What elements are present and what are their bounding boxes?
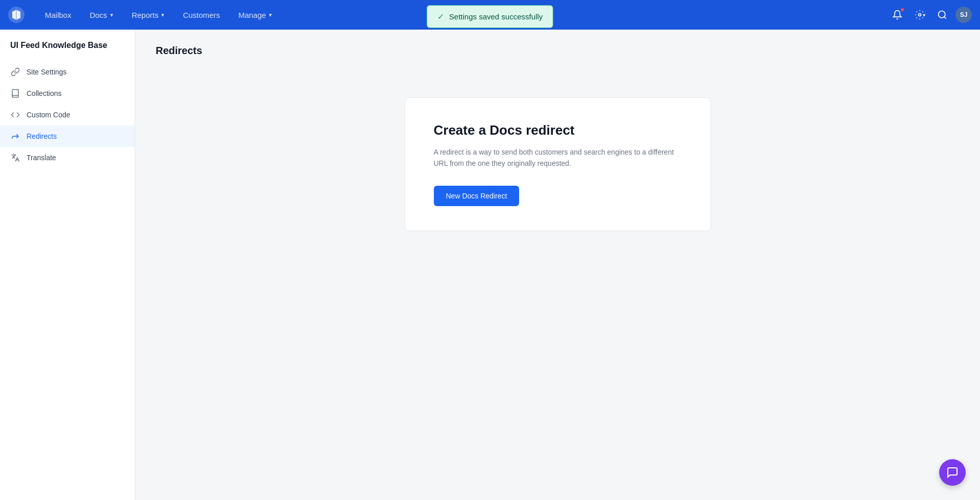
card-description: A redirect is a way to send both custome… bbox=[434, 146, 682, 169]
chevron-down-icon: ▾ bbox=[923, 12, 925, 18]
avatar[interactable]: SJ bbox=[955, 7, 972, 23]
redirect-icon bbox=[10, 132, 20, 141]
book-icon bbox=[10, 89, 20, 98]
nav-reports[interactable]: Reports ▾ bbox=[124, 7, 173, 23]
sidebar-item-label: Redirects bbox=[27, 132, 57, 140]
code-icon bbox=[10, 110, 20, 119]
notification-badge bbox=[900, 8, 904, 12]
sidebar-item-label: Site Settings bbox=[27, 68, 67, 76]
sidebar: UI Feed Knowledge Base Site Settings Col… bbox=[0, 30, 135, 500]
toast-message: Settings saved successfully bbox=[449, 12, 543, 21]
search-button[interactable] bbox=[933, 6, 951, 24]
link-icon bbox=[10, 67, 20, 77]
sidebar-title: UI Feed Knowledge Base bbox=[0, 40, 135, 61]
sidebar-item-label: Collections bbox=[27, 89, 61, 97]
success-toast: ✓ Settings saved successfully bbox=[427, 5, 553, 28]
svg-line-3 bbox=[944, 17, 946, 19]
chat-bubble-button[interactable] bbox=[939, 459, 966, 486]
main-content: Redirects Create a Docs redirect A redir… bbox=[135, 30, 980, 500]
nav-mailbox[interactable]: Mailbox bbox=[37, 7, 80, 23]
sidebar-item-label: Custom Code bbox=[27, 111, 70, 119]
sidebar-item-site-settings[interactable]: Site Settings bbox=[0, 61, 135, 83]
svg-point-1 bbox=[918, 14, 921, 16]
notifications-button[interactable] bbox=[888, 6, 906, 24]
chevron-down-icon: ▾ bbox=[161, 12, 164, 18]
page-title: Redirects bbox=[156, 45, 960, 57]
nav-docs[interactable]: Docs ▾ bbox=[82, 7, 121, 23]
check-icon: ✓ bbox=[437, 12, 444, 21]
sidebar-item-redirects[interactable]: Redirects bbox=[0, 126, 135, 147]
nav-right: ▾ SJ bbox=[888, 6, 972, 24]
chevron-down-icon: ▾ bbox=[110, 12, 113, 18]
sidebar-item-custom-code[interactable]: Custom Code bbox=[0, 104, 135, 126]
nav-customers[interactable]: Customers bbox=[175, 7, 228, 23]
translate-icon bbox=[10, 153, 20, 162]
sidebar-item-translate[interactable]: Translate bbox=[0, 147, 135, 168]
settings-button[interactable]: ▾ bbox=[911, 6, 929, 24]
app-logo[interactable] bbox=[8, 7, 24, 23]
nav-manage[interactable]: Manage ▾ bbox=[230, 7, 280, 23]
sidebar-item-label: Translate bbox=[27, 154, 56, 162]
chevron-down-icon: ▾ bbox=[269, 12, 272, 18]
new-docs-redirect-button[interactable]: New Docs Redirect bbox=[434, 186, 520, 206]
create-redirect-card: Create a Docs redirect A redirect is a w… bbox=[405, 97, 711, 231]
card-title: Create a Docs redirect bbox=[434, 122, 682, 138]
sidebar-item-collections[interactable]: Collections bbox=[0, 83, 135, 104]
svg-point-2 bbox=[939, 11, 945, 18]
